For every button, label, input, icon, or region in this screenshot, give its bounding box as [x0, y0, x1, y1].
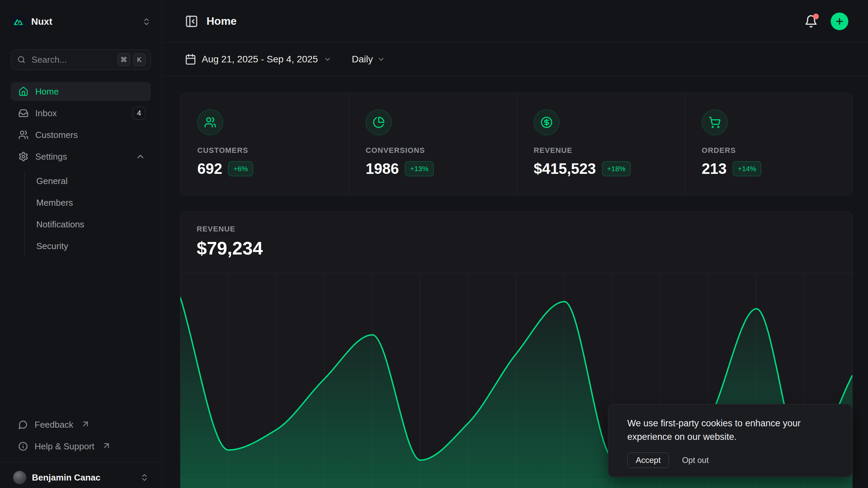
notifications-button[interactable]: [804, 15, 818, 28]
search-placeholder: Search...: [32, 55, 115, 65]
sidebar-item-security[interactable]: Security: [36, 237, 151, 256]
toolbar: Aug 21, 2025 - Sep 4, 2025 Daily: [162, 43, 868, 76]
inbox-icon: [18, 108, 28, 118]
stat-card-orders[interactable]: ORDERS 213 +14%: [685, 93, 853, 195]
user-menu[interactable]: Benjamin Canac: [11, 467, 151, 488]
search-icon: [17, 56, 25, 64]
chevron-up-down-icon: [142, 17, 151, 26]
info-icon: [18, 442, 28, 451]
stat-value: 692: [197, 160, 222, 177]
sidebar-item-label: Home: [35, 86, 145, 97]
feedback-label: Feedback: [35, 420, 73, 430]
stats-panel: CUSTOMERS 692 +6% CONVERSIONS 1986 +13% …: [180, 93, 853, 195]
stat-label: CUSTOMERS: [197, 146, 349, 155]
users-circle-icon: [197, 109, 223, 135]
nuxt-logo-icon: [11, 14, 26, 29]
help-support-label: Help & Support: [35, 441, 94, 452]
gear-icon: [18, 151, 28, 162]
stat-delta-badge: +6%: [228, 161, 253, 176]
workspace-switcher[interactable]: Nuxt: [11, 12, 151, 31]
optout-cookies-button[interactable]: Opt out: [682, 455, 709, 465]
help-support-link[interactable]: Help & Support: [11, 437, 151, 456]
search-input[interactable]: Search... ⌘ K: [11, 49, 151, 70]
sidebar-footer: Benjamin Canac: [0, 462, 162, 488]
chevron-up-icon: [135, 151, 145, 162]
sidebar-item-label: Inbox: [35, 108, 126, 119]
stat-card-customers[interactable]: CUSTOMERS 692 +6%: [180, 93, 349, 195]
stat-delta-badge: +13%: [405, 161, 433, 176]
kbd-cmd: ⌘: [117, 53, 130, 66]
add-button[interactable]: [831, 13, 848, 30]
sidebar-item-members[interactable]: Members: [36, 193, 151, 212]
sidebar-nav: Home Inbox 4 Customers Settings General …: [11, 82, 151, 256]
stat-delta-badge: +18%: [602, 161, 631, 176]
date-range-picker[interactable]: Aug 21, 2025 - Sep 4, 2025: [185, 54, 332, 65]
workspace-name: Nuxt: [31, 16, 137, 27]
chevron-down-icon: [323, 55, 332, 63]
granularity-value: Daily: [352, 54, 373, 65]
home-icon: [18, 86, 28, 97]
revenue-panel-header: REVENUE $79,234: [180, 212, 852, 273]
sidebar-item-home[interactable]: Home: [11, 82, 151, 101]
stat-label: REVENUE: [534, 146, 685, 155]
users-icon: [18, 130, 28, 140]
shopping-cart-icon: [702, 109, 728, 135]
feedback-link[interactable]: Feedback: [11, 415, 151, 434]
collapse-sidebar-button[interactable]: [185, 15, 198, 28]
page-title: Home: [206, 15, 237, 27]
stat-value: $415,523: [534, 160, 596, 177]
stat-label: CONVERSIONS: [366, 146, 517, 155]
stat-value: 1986: [366, 160, 399, 177]
accept-cookies-button[interactable]: Accept: [627, 452, 669, 468]
kbd-k: K: [133, 53, 146, 66]
page-header: Home: [162, 0, 868, 43]
sidebar-item-label: Customers: [35, 130, 145, 140]
chevron-up-down-icon: [140, 473, 149, 482]
revenue-label: REVENUE: [197, 225, 852, 233]
sidebar-item-customers[interactable]: Customers: [11, 125, 151, 144]
stat-card-conversions[interactable]: CONVERSIONS 1986 +13%: [349, 93, 517, 195]
stat-delta-badge: +14%: [733, 161, 761, 176]
dollar-circle-icon: [534, 109, 559, 135]
revenue-total: $79,234: [197, 238, 852, 259]
stat-label: ORDERS: [702, 146, 853, 155]
stat-card-revenue[interactable]: REVENUE $415,523 +18%: [516, 93, 685, 195]
chat-bubble-icon: [18, 420, 28, 429]
sidebar-item-notifications[interactable]: Notifications: [36, 215, 151, 234]
external-link-icon: [102, 441, 111, 450]
user-name: Benjamin Canac: [32, 472, 135, 483]
cookie-banner: We use first-party cookies to enhance yo…: [608, 404, 852, 477]
sidebar-item-label: Settings: [35, 151, 129, 162]
sidebar: Nuxt Search... ⌘ K Home Inbox 4 Customer…: [0, 0, 162, 488]
sidebar-item-general[interactable]: General: [36, 171, 151, 190]
sidebar-item-inbox[interactable]: Inbox 4: [11, 104, 151, 123]
stat-value: 213: [702, 160, 727, 177]
plus-icon: [835, 17, 844, 26]
calendar-icon: [185, 54, 196, 65]
settings-subnav: General Members Notifications Security: [24, 171, 151, 256]
sidebar-item-settings[interactable]: Settings: [11, 147, 151, 166]
pie-chart-icon: [366, 109, 392, 135]
granularity-select[interactable]: Daily: [352, 54, 385, 65]
inbox-count-badge: 4: [133, 107, 145, 120]
external-link-icon: [81, 419, 90, 429]
chevron-down-icon: [377, 55, 385, 63]
notification-dot: [813, 14, 819, 19]
date-range-value: Aug 21, 2025 - Sep 4, 2025: [202, 54, 318, 65]
avatar: [13, 471, 26, 484]
cookie-message: We use first-party cookies to enhance yo…: [627, 416, 833, 444]
